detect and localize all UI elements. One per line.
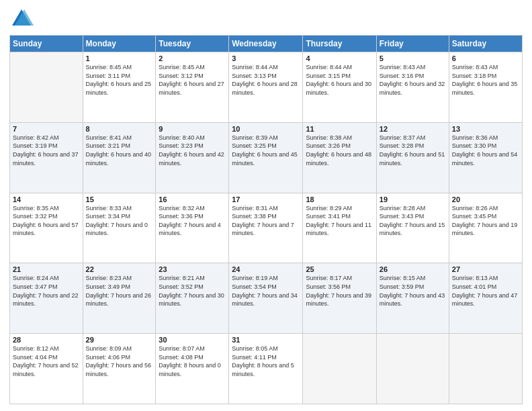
weekday-header-saturday: Saturday	[449, 36, 522, 52]
day-number: 23	[159, 265, 226, 273]
calendar-cell: 20Sunrise: 8:26 AM Sunset: 3:45 PM Dayli…	[449, 193, 522, 263]
weekday-header-friday: Friday	[376, 36, 449, 52]
day-number: 6	[452, 54, 519, 62]
calendar-cell: 13Sunrise: 8:36 AM Sunset: 3:30 PM Dayli…	[449, 122, 522, 193]
day-number: 4	[306, 54, 373, 62]
day-info: Sunrise: 8:21 AM Sunset: 3:52 PM Dayligh…	[159, 274, 226, 308]
day-number: 2	[159, 54, 226, 62]
day-info: Sunrise: 8:13 AM Sunset: 4:01 PM Dayligh…	[452, 274, 519, 308]
day-info: Sunrise: 8:45 AM Sunset: 3:12 PM Dayligh…	[159, 63, 226, 97]
day-number: 28	[13, 336, 80, 344]
day-number: 5	[380, 54, 446, 62]
calendar-cell: 11Sunrise: 8:38 AM Sunset: 3:26 PM Dayli…	[303, 122, 376, 193]
day-number: 9	[159, 125, 226, 133]
calendar-cell: 19Sunrise: 8:28 AM Sunset: 3:43 PM Dayli…	[376, 193, 449, 263]
day-info: Sunrise: 8:44 AM Sunset: 3:15 PM Dayligh…	[306, 63, 373, 97]
calendar-cell: 6Sunrise: 8:43 AM Sunset: 3:18 PM Daylig…	[449, 52, 522, 123]
weekday-header-monday: Monday	[83, 36, 156, 52]
day-info: Sunrise: 8:31 AM Sunset: 3:38 PM Dayligh…	[232, 204, 300, 238]
calendar-cell: 3Sunrise: 8:44 AM Sunset: 3:13 PM Daylig…	[229, 52, 303, 123]
day-number: 25	[306, 265, 373, 273]
day-info: Sunrise: 8:43 AM Sunset: 3:18 PM Dayligh…	[452, 63, 519, 97]
day-info: Sunrise: 8:41 AM Sunset: 3:21 PM Dayligh…	[86, 134, 153, 167]
calendar-cell: 22Sunrise: 8:23 AM Sunset: 3:49 PM Dayli…	[83, 263, 156, 334]
header	[9, 7, 523, 31]
day-number: 14	[13, 195, 80, 203]
day-number: 10	[232, 125, 300, 133]
day-number: 12	[380, 125, 446, 133]
calendar-week-row: 14Sunrise: 8:35 AM Sunset: 3:32 PM Dayli…	[10, 193, 523, 263]
day-info: Sunrise: 8:07 AM Sunset: 4:08 PM Dayligh…	[159, 345, 226, 378]
calendar-cell: 1Sunrise: 8:45 AM Sunset: 3:11 PM Daylig…	[83, 52, 156, 123]
calendar-week-row: 28Sunrise: 8:12 AM Sunset: 4:04 PM Dayli…	[10, 334, 523, 404]
calendar-cell: 5Sunrise: 8:43 AM Sunset: 3:16 PM Daylig…	[376, 52, 449, 123]
day-number: 16	[159, 195, 226, 203]
calendar-week-row: 7Sunrise: 8:42 AM Sunset: 3:19 PM Daylig…	[10, 122, 523, 193]
calendar-cell: 4Sunrise: 8:44 AM Sunset: 3:15 PM Daylig…	[303, 52, 376, 123]
calendar-cell: 23Sunrise: 8:21 AM Sunset: 3:52 PM Dayli…	[156, 263, 229, 334]
calendar-cell: 17Sunrise: 8:31 AM Sunset: 3:38 PM Dayli…	[229, 193, 303, 263]
day-info: Sunrise: 8:19 AM Sunset: 3:54 PM Dayligh…	[232, 274, 300, 308]
calendar-cell: 21Sunrise: 8:24 AM Sunset: 3:47 PM Dayli…	[10, 263, 83, 334]
calendar-cell: 25Sunrise: 8:17 AM Sunset: 3:56 PM Dayli…	[303, 263, 376, 334]
day-info: Sunrise: 8:24 AM Sunset: 3:47 PM Dayligh…	[13, 274, 80, 308]
day-number: 22	[86, 265, 153, 273]
calendar-cell: 14Sunrise: 8:35 AM Sunset: 3:32 PM Dayli…	[10, 193, 83, 263]
calendar-cell: 9Sunrise: 8:40 AM Sunset: 3:23 PM Daylig…	[156, 122, 229, 193]
calendar-cell	[303, 334, 376, 404]
day-number: 7	[13, 125, 80, 133]
calendar-cell: 18Sunrise: 8:29 AM Sunset: 3:41 PM Dayli…	[303, 193, 376, 263]
day-info: Sunrise: 8:35 AM Sunset: 3:32 PM Dayligh…	[13, 204, 80, 238]
day-number: 24	[232, 265, 300, 273]
day-info: Sunrise: 8:45 AM Sunset: 3:11 PM Dayligh…	[86, 63, 153, 97]
day-number: 3	[232, 54, 300, 62]
calendar-cell: 12Sunrise: 8:37 AM Sunset: 3:28 PM Dayli…	[376, 122, 449, 193]
day-info: Sunrise: 8:36 AM Sunset: 3:30 PM Dayligh…	[452, 134, 519, 167]
calendar-cell: 24Sunrise: 8:19 AM Sunset: 3:54 PM Dayli…	[229, 263, 303, 334]
calendar-cell: 31Sunrise: 8:05 AM Sunset: 4:11 PM Dayli…	[229, 334, 303, 404]
day-number: 26	[380, 265, 446, 273]
calendar-cell: 8Sunrise: 8:41 AM Sunset: 3:21 PM Daylig…	[83, 122, 156, 193]
day-info: Sunrise: 8:42 AM Sunset: 3:19 PM Dayligh…	[13, 134, 80, 167]
day-info: Sunrise: 8:32 AM Sunset: 3:36 PM Dayligh…	[159, 204, 226, 238]
day-info: Sunrise: 8:43 AM Sunset: 3:16 PM Dayligh…	[380, 63, 446, 97]
day-info: Sunrise: 8:39 AM Sunset: 3:25 PM Dayligh…	[232, 134, 300, 167]
calendar-cell: 16Sunrise: 8:32 AM Sunset: 3:36 PM Dayli…	[156, 193, 229, 263]
day-info: Sunrise: 8:44 AM Sunset: 3:13 PM Dayligh…	[232, 63, 300, 97]
day-info: Sunrise: 8:15 AM Sunset: 3:59 PM Dayligh…	[380, 274, 446, 308]
calendar-week-row: 21Sunrise: 8:24 AM Sunset: 3:47 PM Dayli…	[10, 263, 523, 334]
day-info: Sunrise: 8:23 AM Sunset: 3:49 PM Dayligh…	[86, 274, 153, 308]
calendar-table: SundayMondayTuesdayWednesdayThursdayFrid…	[9, 35, 523, 404]
calendar-cell: 15Sunrise: 8:33 AM Sunset: 3:34 PM Dayli…	[83, 193, 156, 263]
day-number: 1	[86, 54, 153, 62]
day-number: 21	[13, 265, 80, 273]
logo-icon	[9, 7, 34, 31]
day-info: Sunrise: 8:38 AM Sunset: 3:26 PM Dayligh…	[306, 134, 373, 167]
day-number: 13	[452, 125, 519, 133]
calendar-cell: 26Sunrise: 8:15 AM Sunset: 3:59 PM Dayli…	[376, 263, 449, 334]
weekday-header-thursday: Thursday	[303, 36, 376, 52]
day-info: Sunrise: 8:26 AM Sunset: 3:45 PM Dayligh…	[452, 204, 519, 238]
day-info: Sunrise: 8:09 AM Sunset: 4:06 PM Dayligh…	[86, 345, 153, 378]
day-info: Sunrise: 8:37 AM Sunset: 3:28 PM Dayligh…	[380, 134, 446, 167]
calendar-cell: 27Sunrise: 8:13 AM Sunset: 4:01 PM Dayli…	[449, 263, 522, 334]
weekday-header-tuesday: Tuesday	[156, 36, 229, 52]
day-info: Sunrise: 8:28 AM Sunset: 3:43 PM Dayligh…	[380, 204, 446, 238]
weekday-header-row: SundayMondayTuesdayWednesdayThursdayFrid…	[10, 36, 523, 52]
day-number: 17	[232, 195, 300, 203]
calendar-cell: 28Sunrise: 8:12 AM Sunset: 4:04 PM Dayli…	[10, 334, 83, 404]
calendar-cell: 10Sunrise: 8:39 AM Sunset: 3:25 PM Dayli…	[229, 122, 303, 193]
day-number: 15	[86, 195, 153, 203]
day-number: 19	[380, 195, 446, 203]
day-number: 11	[306, 125, 373, 133]
page: SundayMondayTuesdayWednesdayThursdayFrid…	[0, 0, 532, 411]
calendar-cell: 29Sunrise: 8:09 AM Sunset: 4:06 PM Dayli…	[83, 334, 156, 404]
weekday-header-wednesday: Wednesday	[229, 36, 303, 52]
logo	[9, 7, 36, 31]
day-info: Sunrise: 8:29 AM Sunset: 3:41 PM Dayligh…	[306, 204, 373, 238]
day-number: 31	[232, 336, 300, 344]
day-info: Sunrise: 8:12 AM Sunset: 4:04 PM Dayligh…	[13, 345, 80, 378]
day-info: Sunrise: 8:17 AM Sunset: 3:56 PM Dayligh…	[306, 274, 373, 308]
day-number: 8	[86, 125, 153, 133]
weekday-header-sunday: Sunday	[10, 36, 83, 52]
